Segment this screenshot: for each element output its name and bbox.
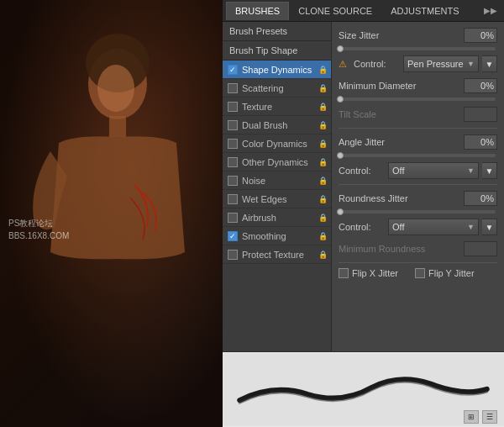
- background-image: PS教程论坛 BBS.16X8.COM: [0, 0, 223, 427]
- control3-label: Control:: [339, 222, 385, 232]
- dual-brush-label: Dual Brush: [242, 120, 287, 130]
- angle-jitter-label: Angle Jitter: [339, 137, 464, 147]
- control1-value: Pen Pressure: [407, 59, 464, 69]
- noise-lock: 🔒: [318, 177, 328, 185]
- sidebar-item-protect-texture[interactable]: Protect Texture 🔒: [223, 245, 331, 264]
- tilt-scale-input[interactable]: [464, 107, 497, 122]
- size-jitter-slider[interactable]: [340, 47, 496, 50]
- sidebar-item-color-dynamics[interactable]: Color Dynamics 🔒: [223, 134, 331, 153]
- smoothing-label: Smoothing: [242, 231, 286, 241]
- control3-dropdown[interactable]: Off ▼: [388, 219, 479, 235]
- min-diameter-input[interactable]: [464, 78, 497, 93]
- control2-dropdown-btn[interactable]: ▼: [482, 162, 497, 179]
- wet-edges-lock: 🔒: [318, 195, 328, 203]
- texture-label: Texture: [242, 102, 272, 112]
- min-diameter-slider-row: [339, 98, 497, 101]
- protect-texture-checkbox[interactable]: [228, 250, 238, 260]
- wet-edges-label: Wet Edges: [242, 194, 287, 204]
- control2-dropdown[interactable]: Off ▼: [388, 162, 479, 179]
- preview-options-btn[interactable]: ☰: [482, 410, 497, 424]
- sidebar-item-airbrush[interactable]: Airbrush 🔒: [223, 208, 331, 227]
- panel-content: Brush Presets Brush Tip Shape ✓ Shape Dy…: [223, 22, 504, 351]
- tab-adjustments[interactable]: ADJUSTMENTS: [381, 2, 468, 20]
- shape-dynamics-label: Shape Dynamics: [242, 65, 312, 75]
- size-jitter-slider-row: [339, 47, 497, 50]
- angle-jitter-input[interactable]: [464, 134, 497, 150]
- noise-checkbox[interactable]: [228, 176, 238, 186]
- control3-value: Off: [392, 222, 404, 232]
- divider-3: [339, 262, 497, 263]
- control1-row: ⚠ Control: Pen Pressure ▼ ▼: [339, 55, 497, 72]
- color-dynamics-checkbox[interactable]: [228, 139, 238, 149]
- control1-dropdown[interactable]: Pen Pressure ▼: [403, 55, 479, 72]
- flip-x-row: Flip X Jitter: [339, 268, 398, 278]
- min-diameter-slider[interactable]: [340, 98, 496, 101]
- control3-dropdown-btn[interactable]: ▼: [482, 219, 497, 235]
- other-dynamics-lock: 🔒: [318, 158, 328, 166]
- texture-checkbox[interactable]: [228, 102, 238, 112]
- min-diameter-label: Minimum Diameter: [339, 81, 464, 91]
- flip-y-row: Flip Y Jitter: [415, 268, 475, 278]
- angle-jitter-slider[interactable]: [340, 154, 496, 157]
- control1-dropdown-btn[interactable]: ▼: [482, 55, 497, 72]
- flip-x-checkbox[interactable]: [339, 268, 349, 278]
- roundness-jitter-input[interactable]: [464, 191, 497, 206]
- preview-expand-btn[interactable]: ⊞: [464, 410, 479, 424]
- min-diameter-row: Minimum Diameter: [339, 77, 497, 94]
- sidebar-item-other-dynamics[interactable]: Other Dynamics 🔒: [223, 153, 331, 171]
- control3-row: Control: Off ▼ ▼: [339, 219, 497, 235]
- roundness-jitter-row: Roundness Jitter: [339, 190, 497, 207]
- brush-preview-svg: [223, 352, 504, 427]
- tabs-more-arrow[interactable]: ▶▶: [480, 6, 501, 15]
- scattering-checkbox[interactable]: [228, 83, 238, 93]
- airbrush-lock: 🔒: [318, 214, 328, 222]
- size-jitter-input[interactable]: [464, 28, 497, 43]
- min-roundness-label: Minimum Roundness: [339, 244, 464, 254]
- control3-dropdown-arrow: ▼: [467, 223, 475, 231]
- divider-2: [339, 184, 497, 185]
- tabs-bar: BRUSHES CLONE SOURCE ADJUSTMENTS ▶▶: [223, 0, 504, 22]
- brushes-panel: BRUSHES CLONE SOURCE ADJUSTMENTS ▶▶ Brus…: [223, 0, 504, 427]
- scattering-label: Scattering: [242, 83, 284, 93]
- brush-presets-title[interactable]: Brush Presets: [223, 22, 331, 41]
- svg-rect-1: [109, 116, 126, 137]
- left-sidebar: Brush Presets Brush Tip Shape ✓ Shape Dy…: [223, 22, 332, 351]
- airbrush-checkbox[interactable]: [228, 213, 238, 223]
- tab-brushes[interactable]: BRUSHES: [226, 2, 289, 20]
- roundness-jitter-slider[interactable]: [340, 210, 496, 214]
- color-dynamics-lock: 🔒: [318, 140, 328, 148]
- noise-label: Noise: [242, 176, 265, 186]
- tab-clone-source[interactable]: CLONE SOURCE: [289, 2, 381, 20]
- roundness-jitter-slider-row: [339, 210, 497, 214]
- sidebar-item-smoothing[interactable]: ✓ Smoothing 🔒: [223, 227, 331, 245]
- control1-dropdown-arrow: ▼: [467, 60, 475, 68]
- other-dynamics-label: Other Dynamics: [242, 157, 308, 167]
- other-dynamics-checkbox[interactable]: [228, 157, 238, 167]
- shape-dynamics-checkbox[interactable]: ✓: [228, 65, 238, 75]
- smoothing-checkbox[interactable]: ✓: [228, 231, 238, 241]
- min-roundness-input[interactable]: [464, 241, 497, 256]
- angle-jitter-slider-row: [339, 154, 497, 157]
- sidebar-item-dual-brush[interactable]: Dual Brush 🔒: [223, 116, 331, 134]
- control2-label: Control:: [339, 166, 385, 176]
- size-jitter-row: Size Jitter: [339, 27, 497, 44]
- control2-value: Off: [392, 166, 404, 176]
- sidebar-item-shape-dynamics[interactable]: ✓ Shape Dynamics 🔒: [223, 61, 331, 79]
- dual-brush-checkbox[interactable]: [228, 120, 238, 130]
- right-content: Size Jitter ⚠ Control: Pen Pressure ▼ ▼: [332, 22, 504, 351]
- brush-tip-shape-title[interactable]: Brush Tip Shape: [223, 41, 331, 61]
- sidebar-item-texture[interactable]: Texture 🔒: [223, 98, 331, 116]
- color-dynamics-label: Color Dynamics: [242, 139, 307, 149]
- flip-y-checkbox[interactable]: [415, 268, 425, 278]
- brush-preview-area: ⊞ ☰: [223, 351, 504, 427]
- svg-point-3: [97, 65, 134, 112]
- min-roundness-row: Minimum Roundness: [339, 240, 497, 257]
- sidebar-item-noise[interactable]: Noise 🔒: [223, 171, 331, 190]
- sidebar-item-wet-edges[interactable]: Wet Edges 🔒: [223, 190, 331, 208]
- protect-texture-label: Protect Texture: [242, 250, 304, 260]
- flip-x-label: Flip X Jitter: [352, 268, 398, 278]
- tilt-scale-row: Tilt Scale: [339, 106, 497, 123]
- wet-edges-checkbox[interactable]: [228, 194, 238, 204]
- sidebar-item-scattering[interactable]: Scattering 🔒: [223, 79, 331, 98]
- smoothing-lock: 🔒: [318, 232, 328, 240]
